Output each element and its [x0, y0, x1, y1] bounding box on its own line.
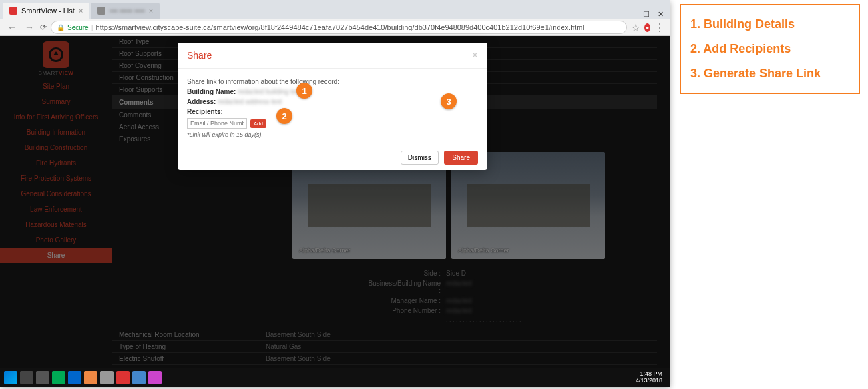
- app-icon[interactable]: [100, 371, 114, 384]
- info-label: Phone Number :: [366, 307, 446, 314]
- building-name-value: redacted building text: [238, 88, 301, 95]
- sidebar-item-share[interactable]: Share: [0, 248, 112, 263]
- callout-3: 3: [441, 93, 457, 109]
- info-value: redacted: [446, 307, 472, 314]
- callout-1: 1: [296, 83, 312, 99]
- sidebar-item-law-enforcement[interactable]: Law Enforcement: [0, 202, 112, 217]
- dismiss-button[interactable]: Dismiss: [401, 151, 439, 165]
- url-text: https://smartview.cityscape-suite.ca/sma…: [96, 23, 584, 31]
- app-icon[interactable]: [132, 371, 146, 384]
- tab-strip: SmartView - List × ••• ••••• •••• × — ☐ …: [0, 0, 670, 19]
- address-label: Address:: [187, 98, 216, 105]
- clock-date: 4/13/2018: [636, 378, 662, 384]
- share-button[interactable]: Share: [444, 151, 478, 165]
- expire-note: *Link will expire in 15 day(s).: [187, 131, 478, 138]
- sidebar: SMARTVIEW Site Plan Summary Info for Fir…: [0, 36, 112, 368]
- url-input[interactable]: 🔒 Secure | https://smartview.cityscape-s…: [51, 21, 627, 34]
- brand-a: SMART: [39, 70, 59, 76]
- sidebar-item-photo-gallery[interactable]: Photo Gallery: [0, 232, 112, 248]
- app-icon[interactable]: [52, 371, 65, 384]
- modal-header: Share ×: [178, 43, 487, 69]
- modal-title: Share: [187, 50, 212, 61]
- task-view-icon[interactable]: [36, 371, 49, 384]
- app-icon[interactable]: [68, 371, 81, 384]
- tab-title: SmartView - List: [21, 7, 75, 15]
- address-bar: ← → ⟳ 🔒 Secure | https://smartview.citys…: [0, 19, 670, 36]
- tab-favicon: [9, 7, 17, 15]
- callout-2: 2: [276, 108, 292, 124]
- sidebar-item-building-construction[interactable]: Building Construction: [0, 140, 112, 155]
- legend-item-3: 3. Generate Share Link: [690, 61, 849, 86]
- add-button[interactable]: Add: [250, 119, 266, 128]
- menu-icon[interactable]: ⋮: [654, 21, 665, 34]
- brand-b: VIEW: [59, 70, 73, 76]
- browser-tab-inactive[interactable]: ••• ••••• •••• ×: [91, 3, 160, 19]
- modal-body: Share link to information about the foll…: [178, 69, 487, 145]
- lock-icon: 🔒: [57, 24, 65, 31]
- recipient-input[interactable]: [187, 118, 247, 129]
- legend-item-2: 2. Add Recipients: [690, 37, 849, 61]
- photo-caption: Alpha/Delta Corner: [458, 247, 509, 254]
- info-block: Side :Side D Business/Building Name :red…: [112, 266, 657, 329]
- recipients-label: Recipients:: [187, 108, 223, 115]
- taskbar: 1:48 PM 4/13/2018: [0, 368, 670, 387]
- start-icon[interactable]: [4, 371, 17, 384]
- info-value: redacted: [446, 297, 472, 304]
- sidebar-item-general[interactable]: General Considerations: [0, 186, 112, 202]
- app-icon[interactable]: [116, 371, 130, 384]
- info-value: Side D: [446, 270, 466, 277]
- legend-panel: 1. Building Details 2. Add Recipients 3.…: [680, 4, 860, 94]
- abp-icon[interactable]: ●: [644, 23, 650, 32]
- info-label: Side :: [366, 270, 446, 277]
- info-value: redacted: [446, 280, 472, 294]
- sidebar-item-fire-hydrants[interactable]: Fire Hydrants: [0, 155, 112, 171]
- maximize-icon[interactable]: ☐: [643, 10, 650, 19]
- browser-window: SmartView - List × ••• ••••• •••• × — ☐ …: [0, 0, 670, 387]
- tab-title-blurred: ••• ••••• ••••: [110, 7, 144, 15]
- close-icon[interactable]: ×: [79, 7, 83, 15]
- sidebar-item-site-plan[interactable]: Site Plan: [0, 79, 112, 94]
- sidebar-item-summary[interactable]: Summary: [0, 94, 112, 109]
- window-controls: — ☐ ✕: [621, 10, 670, 19]
- back-icon[interactable]: ←: [5, 22, 19, 33]
- browser-tab-active[interactable]: SmartView - List ×: [3, 3, 89, 19]
- reload-icon[interactable]: ⟳: [40, 23, 47, 32]
- app-icon[interactable]: [148, 371, 162, 384]
- sidebar-item-fire-protection[interactable]: Fire Protection Systems: [0, 171, 112, 186]
- building-name-label: Building Name:: [187, 88, 236, 95]
- share-modal: Share × Share link to information about …: [178, 43, 487, 170]
- close-icon[interactable]: ×: [472, 49, 478, 61]
- tab-favicon: [97, 7, 105, 15]
- browser-chrome: SmartView - List × ••• ••••• •••• × — ☐ …: [0, 0, 670, 36]
- search-icon[interactable]: [20, 371, 33, 384]
- info-label: Manager Name :: [366, 297, 446, 304]
- system-tray-clock[interactable]: 1:48 PM 4/13/2018: [636, 371, 668, 384]
- info-label: Business/Building Name :: [366, 280, 446, 294]
- sidebar-item-first-officers[interactable]: Info for First Arriving Officers: [0, 109, 112, 125]
- sidebar-item-building-info[interactable]: Building Information: [0, 125, 112, 140]
- modal-intro: Share link to information about the foll…: [187, 78, 478, 85]
- detail-row: Mechanical Room LocationBasement South S…: [112, 329, 657, 341]
- modal-footer: Dismiss Share: [178, 145, 487, 170]
- minimize-icon[interactable]: —: [628, 10, 635, 19]
- sidebar-item-hazmat[interactable]: Hazardous Materials: [0, 217, 112, 232]
- app-icon[interactable]: [84, 371, 97, 384]
- detail-row: Type of HeatingNatural Gas: [112, 341, 657, 353]
- logo: SMARTVIEW: [0, 39, 112, 79]
- legend-item-1: 1. Building Details: [690, 12, 849, 37]
- close-icon[interactable]: ✕: [658, 10, 664, 19]
- star-icon[interactable]: ☆: [631, 21, 640, 34]
- forward-icon[interactable]: →: [23, 22, 36, 33]
- address-value: redacted address text: [218, 98, 282, 105]
- close-icon[interactable]: ×: [149, 7, 153, 15]
- secure-label: Secure: [67, 24, 89, 31]
- detail-row: Electric ShutoffBasement South Side: [112, 353, 657, 365]
- photo-caption: Alpha/Delta Corner: [299, 247, 351, 254]
